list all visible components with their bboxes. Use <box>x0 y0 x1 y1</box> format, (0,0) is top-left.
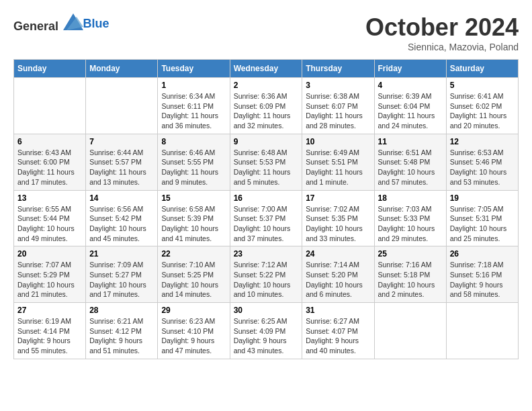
day-number: 30 <box>234 306 299 315</box>
day-number: 22 <box>161 249 226 259</box>
day-number: 27 <box>17 306 82 315</box>
day-info: Sunrise: 6:46 AM Sunset: 5:55 PM Dayligh… <box>161 148 226 187</box>
day-number: 15 <box>161 193 226 203</box>
day-info: Sunrise: 6:21 AM Sunset: 4:12 PM Dayligh… <box>89 316 154 356</box>
day-number: 23 <box>234 249 299 259</box>
calendar-cell <box>446 303 518 359</box>
calendar-cell: 4Sunrise: 6:39 AM Sunset: 6:04 PM Daylig… <box>374 78 446 134</box>
calendar-cell: 3Sunrise: 6:38 AM Sunset: 6:07 PM Daylig… <box>302 78 374 134</box>
day-info: Sunrise: 6:53 AM Sunset: 5:46 PM Dayligh… <box>450 148 515 187</box>
calendar-cell: 31Sunrise: 6:27 AM Sunset: 4:07 PM Dayli… <box>302 303 374 359</box>
day-info: Sunrise: 6:23 AM Sunset: 4:10 PM Dayligh… <box>161 316 226 356</box>
day-info: Sunrise: 6:56 AM Sunset: 5:42 PM Dayligh… <box>89 204 154 244</box>
calendar-cell: 21Sunrise: 7:09 AM Sunset: 5:27 PM Dayli… <box>86 246 158 303</box>
day-info: Sunrise: 7:18 AM Sunset: 5:16 PM Dayligh… <box>450 260 515 300</box>
calendar-cell: 28Sunrise: 6:21 AM Sunset: 4:12 PM Dayli… <box>86 303 158 359</box>
day-info: Sunrise: 6:41 AM Sunset: 6:02 PM Dayligh… <box>450 91 515 131</box>
day-number: 2 <box>234 81 299 90</box>
calendar-cell: 8Sunrise: 6:46 AM Sunset: 5:55 PM Daylig… <box>158 134 230 190</box>
day-number: 19 <box>450 193 515 203</box>
day-info: Sunrise: 6:43 AM Sunset: 6:00 PM Dayligh… <box>17 148 82 187</box>
calendar-cell: 23Sunrise: 7:12 AM Sunset: 5:22 PM Dayli… <box>230 246 302 303</box>
calendar-cell: 26Sunrise: 7:18 AM Sunset: 5:16 PM Dayli… <box>446 246 518 303</box>
day-info: Sunrise: 6:34 AM Sunset: 6:11 PM Dayligh… <box>161 91 226 131</box>
day-number: 28 <box>89 306 154 315</box>
day-info: Sunrise: 6:48 AM Sunset: 5:53 PM Dayligh… <box>234 148 299 187</box>
logo-blue: Blue <box>83 17 109 30</box>
page-header: General Blue October 2024 Siennica, Mazo… <box>13 13 519 52</box>
calendar-cell: 11Sunrise: 6:51 AM Sunset: 5:48 PM Dayli… <box>374 134 446 190</box>
day-number: 5 <box>450 81 515 90</box>
calendar-cell: 9Sunrise: 6:48 AM Sunset: 5:53 PM Daylig… <box>230 134 302 190</box>
day-info: Sunrise: 7:02 AM Sunset: 5:35 PM Dayligh… <box>306 204 370 244</box>
day-info: Sunrise: 6:39 AM Sunset: 6:04 PM Dayligh… <box>378 91 443 131</box>
day-info: Sunrise: 7:12 AM Sunset: 5:22 PM Dayligh… <box>234 260 299 300</box>
title-block: October 2024 Siennica, Mazovia, Poland <box>365 13 519 52</box>
day-number: 7 <box>89 137 154 146</box>
day-info: Sunrise: 6:58 AM Sunset: 5:39 PM Dayligh… <box>161 204 226 244</box>
day-number: 8 <box>161 137 226 146</box>
location: Siennica, Mazovia, Poland <box>365 42 519 52</box>
calendar-cell: 5Sunrise: 6:41 AM Sunset: 6:02 PM Daylig… <box>446 78 518 134</box>
calendar-cell: 20Sunrise: 7:07 AM Sunset: 5:29 PM Dayli… <box>14 246 86 303</box>
day-number: 10 <box>306 137 370 146</box>
calendar-cell <box>374 303 446 359</box>
calendar-cell: 14Sunrise: 6:56 AM Sunset: 5:42 PM Dayli… <box>86 190 158 246</box>
calendar: SundayMondayTuesdayWednesdayThursdayFrid… <box>13 59 519 359</box>
calendar-cell: 12Sunrise: 6:53 AM Sunset: 5:46 PM Dayli… <box>446 134 518 190</box>
day-of-week-header: Friday <box>374 60 446 78</box>
day-info: Sunrise: 6:55 AM Sunset: 5:44 PM Dayligh… <box>17 204 82 244</box>
day-info: Sunrise: 6:27 AM Sunset: 4:07 PM Dayligh… <box>306 316 370 356</box>
day-info: Sunrise: 7:05 AM Sunset: 5:31 PM Dayligh… <box>450 204 515 244</box>
day-info: Sunrise: 6:19 AM Sunset: 4:14 PM Dayligh… <box>17 316 82 356</box>
calendar-cell: 17Sunrise: 7:02 AM Sunset: 5:35 PM Dayli… <box>302 190 374 246</box>
day-info: Sunrise: 6:49 AM Sunset: 5:51 PM Dayligh… <box>306 148 370 187</box>
day-of-week-header: Sunday <box>14 60 86 78</box>
calendar-cell <box>14 78 86 134</box>
day-number: 1 <box>161 81 226 90</box>
day-info: Sunrise: 6:44 AM Sunset: 5:57 PM Dayligh… <box>89 148 154 187</box>
calendar-cell: 18Sunrise: 7:03 AM Sunset: 5:33 PM Dayli… <box>374 190 446 246</box>
day-info: Sunrise: 7:14 AM Sunset: 5:20 PM Dayligh… <box>306 260 370 300</box>
day-number: 20 <box>17 249 82 259</box>
day-number: 3 <box>306 81 370 90</box>
day-info: Sunrise: 7:00 AM Sunset: 5:37 PM Dayligh… <box>234 204 299 244</box>
day-info: Sunrise: 6:36 AM Sunset: 6:09 PM Dayligh… <box>234 91 299 131</box>
calendar-cell: 6Sunrise: 6:43 AM Sunset: 6:00 PM Daylig… <box>14 134 86 190</box>
day-number: 4 <box>378 81 443 90</box>
day-number: 6 <box>17 137 82 146</box>
logo-icon <box>63 13 83 30</box>
day-number: 21 <box>89 249 154 259</box>
day-number: 11 <box>378 137 443 146</box>
day-number: 14 <box>89 193 154 203</box>
day-info: Sunrise: 7:09 AM Sunset: 5:27 PM Dayligh… <box>89 260 154 300</box>
day-of-week-header: Tuesday <box>158 60 230 78</box>
calendar-cell <box>86 78 158 134</box>
calendar-cell: 25Sunrise: 7:16 AM Sunset: 5:18 PM Dayli… <box>374 246 446 303</box>
day-info: Sunrise: 7:16 AM Sunset: 5:18 PM Dayligh… <box>378 260 443 300</box>
day-of-week-header: Monday <box>86 60 158 78</box>
calendar-cell: 15Sunrise: 6:58 AM Sunset: 5:39 PM Dayli… <box>158 190 230 246</box>
day-of-week-header: Wednesday <box>230 60 302 78</box>
day-number: 16 <box>234 193 299 203</box>
day-info: Sunrise: 7:10 AM Sunset: 5:25 PM Dayligh… <box>161 260 226 300</box>
day-number: 24 <box>306 249 370 259</box>
calendar-cell: 19Sunrise: 7:05 AM Sunset: 5:31 PM Dayli… <box>446 190 518 246</box>
month-title: October 2024 <box>365 13 519 42</box>
day-number: 31 <box>306 306 370 315</box>
calendar-cell: 29Sunrise: 6:23 AM Sunset: 4:10 PM Dayli… <box>158 303 230 359</box>
day-number: 29 <box>161 306 226 315</box>
calendar-cell: 2Sunrise: 6:36 AM Sunset: 6:09 PM Daylig… <box>230 78 302 134</box>
day-of-week-header: Saturday <box>446 60 518 78</box>
calendar-cell: 10Sunrise: 6:49 AM Sunset: 5:51 PM Dayli… <box>302 134 374 190</box>
logo-general: General <box>13 19 58 33</box>
calendar-cell: 22Sunrise: 7:10 AM Sunset: 5:25 PM Dayli… <box>158 246 230 303</box>
day-info: Sunrise: 7:03 AM Sunset: 5:33 PM Dayligh… <box>378 204 443 244</box>
calendar-cell: 1Sunrise: 6:34 AM Sunset: 6:11 PM Daylig… <box>158 78 230 134</box>
day-info: Sunrise: 6:51 AM Sunset: 5:48 PM Dayligh… <box>378 148 443 187</box>
calendar-cell: 24Sunrise: 7:14 AM Sunset: 5:20 PM Dayli… <box>302 246 374 303</box>
day-number: 26 <box>450 249 515 259</box>
calendar-cell: 7Sunrise: 6:44 AM Sunset: 5:57 PM Daylig… <box>86 134 158 190</box>
day-number: 25 <box>378 249 443 259</box>
logo: General Blue <box>13 13 109 34</box>
